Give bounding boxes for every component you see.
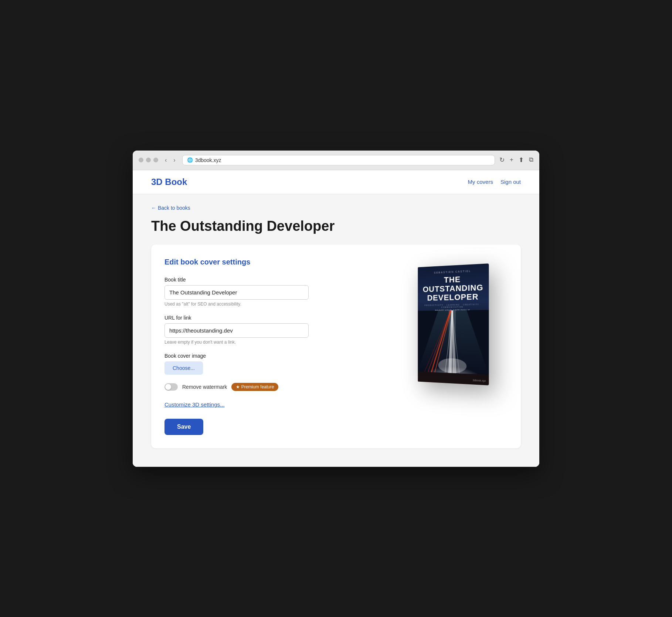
choose-file-button[interactable]: Choose... — [164, 361, 203, 375]
minimize-button[interactable] — [146, 158, 151, 162]
toggle-thumb — [165, 384, 171, 390]
copy-tab-button[interactable]: ⧉ — [529, 156, 533, 164]
url-group: URL for link Leave empty if you don't wa… — [164, 315, 386, 345]
customize-3d-link[interactable]: Customize 3D settings... — [164, 401, 225, 408]
save-button[interactable]: Save — [164, 419, 203, 435]
book-author: Sebastien Castiel — [422, 269, 484, 274]
nav-buttons: ‹ › — [163, 156, 178, 164]
site-header: 3D Book My covers Sign out — [133, 170, 539, 194]
card-title: Edit book cover settings — [164, 258, 386, 266]
forward-nav-button[interactable]: › — [171, 156, 177, 164]
book-title-group: Book title Used as "alt" for SEO and acc… — [164, 277, 386, 307]
address-bar[interactable]: 🌐 3dbook.xyz — [182, 155, 495, 165]
book-title-hint: Used as "alt" for SEO and accessibility. — [164, 301, 386, 307]
edit-card: Edit book cover settings Book title Used… — [151, 245, 521, 448]
book-watermark-text: 3dbook.xyz — [473, 379, 486, 382]
globe-icon: 🌐 — [187, 157, 193, 163]
cover-image-group: Book cover image Choose... — [164, 353, 386, 375]
cover-image-label: Book cover image — [164, 353, 386, 359]
sign-out-link[interactable]: Sign out — [500, 179, 521, 185]
back-to-books-link[interactable]: ← Back to books — [151, 205, 190, 211]
url-label: URL for link — [164, 315, 386, 321]
book-subtitle: Productivity · Learning · Creativity · C… — [422, 303, 484, 308]
page-title: The Outstanding Developer — [151, 218, 521, 234]
book-cover-title: The Outstanding Developer — [422, 274, 484, 303]
share-button[interactable]: ⬆ — [519, 156, 524, 164]
book-road-image — [418, 310, 489, 374]
book-title-label: Book title — [164, 277, 386, 283]
form-section: Edit book cover settings Book title Used… — [164, 258, 386, 435]
url-input[interactable] — [164, 323, 309, 338]
book-3d-display: Sebastien Castiel The Outstanding Develo… — [418, 263, 496, 386]
my-covers-link[interactable]: My covers — [468, 179, 493, 185]
page-content: 3D Book My covers Sign out ← Back to boo… — [133, 170, 539, 467]
book-front: Sebastien Castiel The Outstanding Develo… — [418, 263, 489, 385]
page-body: ← Back to books The Outstanding Develope… — [133, 194, 539, 467]
browser-actions: ↻ + ⬆ ⧉ — [499, 156, 533, 164]
traffic-lights — [139, 158, 158, 162]
book-preview: Sebastien Castiel The Outstanding Develo… — [404, 258, 508, 435]
browser-window: ‹ › 🌐 3dbook.xyz ↻ + ⬆ ⧉ 3D Book My cove… — [133, 151, 539, 467]
back-nav-button[interactable]: ‹ — [163, 156, 169, 164]
book-title-input[interactable] — [164, 285, 309, 300]
watermark-label: Remove watermark — [182, 384, 227, 390]
header-nav: My covers Sign out — [468, 179, 521, 185]
url-hint: Leave empty if you don't want a link. — [164, 340, 386, 345]
url-text: 3dbook.xyz — [195, 157, 221, 163]
premium-badge[interactable]: ★ Premium feature — [231, 383, 278, 391]
watermark-row: Remove watermark ★ Premium feature — [164, 383, 386, 391]
refresh-button[interactable]: ↻ — [499, 156, 505, 164]
close-button[interactable] — [139, 158, 143, 162]
watermark-toggle[interactable] — [164, 383, 178, 391]
maximize-button[interactable] — [153, 158, 158, 162]
browser-chrome: ‹ › 🌐 3dbook.xyz ↻ + ⬆ ⧉ — [133, 151, 539, 170]
site-logo: 3D Book — [151, 177, 187, 187]
new-tab-button[interactable]: + — [510, 156, 513, 164]
